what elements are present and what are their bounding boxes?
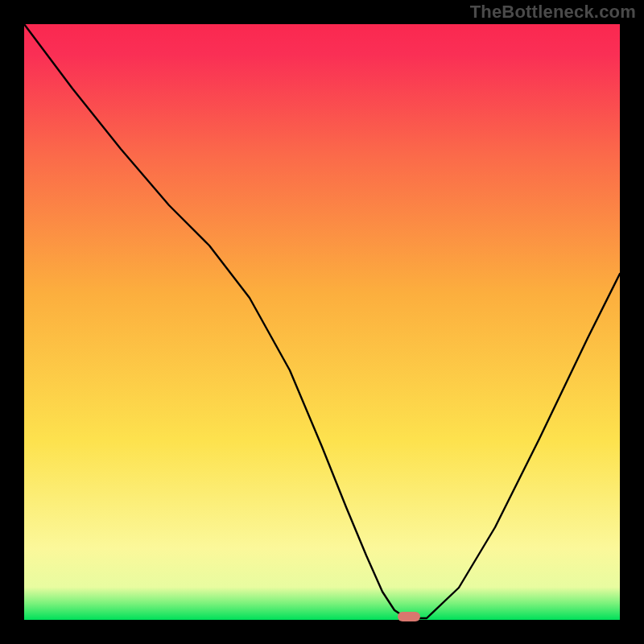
watermark-text: TheBottleneck.com [470,2,636,23]
chart-frame: TheBottleneck.com [0,0,644,644]
optimal-marker [398,612,420,621]
bottleneck-chart [0,0,644,644]
plot-background [24,24,620,620]
